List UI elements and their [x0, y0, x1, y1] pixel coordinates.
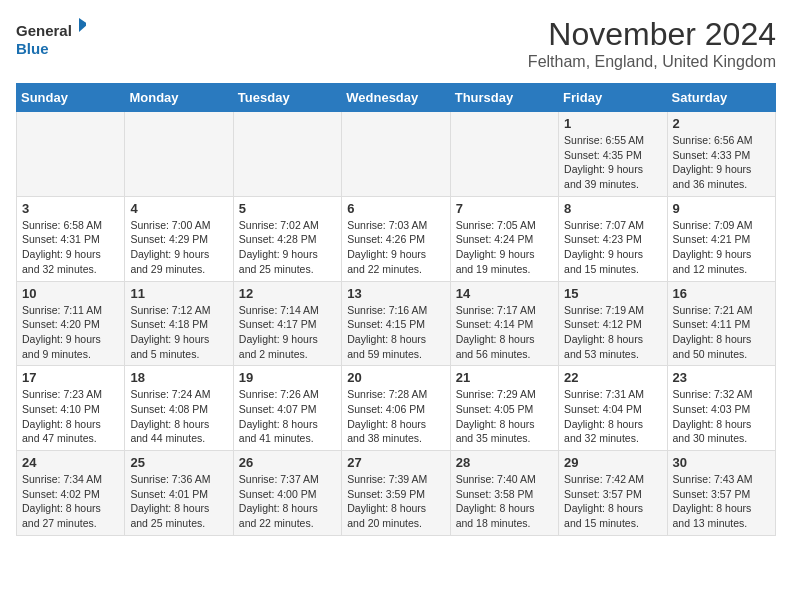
day-cell: 11Sunrise: 7:12 AM Sunset: 4:18 PM Dayli…: [125, 281, 233, 366]
day-info: Sunrise: 7:36 AM Sunset: 4:01 PM Dayligh…: [130, 472, 227, 531]
day-info: Sunrise: 7:26 AM Sunset: 4:07 PM Dayligh…: [239, 387, 336, 446]
day-info: Sunrise: 7:43 AM Sunset: 3:57 PM Dayligh…: [673, 472, 770, 531]
day-info: Sunrise: 7:39 AM Sunset: 3:59 PM Dayligh…: [347, 472, 444, 531]
day-info: Sunrise: 7:28 AM Sunset: 4:06 PM Dayligh…: [347, 387, 444, 446]
day-cell: 2Sunrise: 6:56 AM Sunset: 4:33 PM Daylig…: [667, 112, 775, 197]
day-number: 25: [130, 455, 227, 470]
day-number: 3: [22, 201, 119, 216]
day-number: 18: [130, 370, 227, 385]
day-cell: [342, 112, 450, 197]
day-number: 27: [347, 455, 444, 470]
svg-text:Blue: Blue: [16, 40, 49, 57]
calendar-table: SundayMondayTuesdayWednesdayThursdayFrid…: [16, 83, 776, 536]
day-info: Sunrise: 7:09 AM Sunset: 4:21 PM Dayligh…: [673, 218, 770, 277]
day-cell: 8Sunrise: 7:07 AM Sunset: 4:23 PM Daylig…: [559, 196, 667, 281]
day-number: 16: [673, 286, 770, 301]
day-cell: 7Sunrise: 7:05 AM Sunset: 4:24 PM Daylig…: [450, 196, 558, 281]
day-info: Sunrise: 6:55 AM Sunset: 4:35 PM Dayligh…: [564, 133, 661, 192]
day-number: 11: [130, 286, 227, 301]
day-cell: 27Sunrise: 7:39 AM Sunset: 3:59 PM Dayli…: [342, 451, 450, 536]
day-number: 10: [22, 286, 119, 301]
day-cell: 22Sunrise: 7:31 AM Sunset: 4:04 PM Dayli…: [559, 366, 667, 451]
col-header-friday: Friday: [559, 84, 667, 112]
day-info: Sunrise: 7:23 AM Sunset: 4:10 PM Dayligh…: [22, 387, 119, 446]
day-info: Sunrise: 7:40 AM Sunset: 3:58 PM Dayligh…: [456, 472, 553, 531]
day-number: 5: [239, 201, 336, 216]
day-info: Sunrise: 7:05 AM Sunset: 4:24 PM Dayligh…: [456, 218, 553, 277]
day-info: Sunrise: 7:37 AM Sunset: 4:00 PM Dayligh…: [239, 472, 336, 531]
day-number: 28: [456, 455, 553, 470]
day-info: Sunrise: 7:42 AM Sunset: 3:57 PM Dayligh…: [564, 472, 661, 531]
day-info: Sunrise: 7:00 AM Sunset: 4:29 PM Dayligh…: [130, 218, 227, 277]
week-row-2: 3Sunrise: 6:58 AM Sunset: 4:31 PM Daylig…: [17, 196, 776, 281]
day-info: Sunrise: 7:07 AM Sunset: 4:23 PM Dayligh…: [564, 218, 661, 277]
col-header-monday: Monday: [125, 84, 233, 112]
month-title: November 2024: [528, 16, 776, 53]
day-cell: 24Sunrise: 7:34 AM Sunset: 4:02 PM Dayli…: [17, 451, 125, 536]
week-row-1: 1Sunrise: 6:55 AM Sunset: 4:35 PM Daylig…: [17, 112, 776, 197]
day-info: Sunrise: 7:32 AM Sunset: 4:03 PM Dayligh…: [673, 387, 770, 446]
day-cell: 3Sunrise: 6:58 AM Sunset: 4:31 PM Daylig…: [17, 196, 125, 281]
svg-marker-2: [79, 18, 86, 32]
col-header-tuesday: Tuesday: [233, 84, 341, 112]
day-number: 6: [347, 201, 444, 216]
day-cell: 20Sunrise: 7:28 AM Sunset: 4:06 PM Dayli…: [342, 366, 450, 451]
day-number: 9: [673, 201, 770, 216]
day-number: 21: [456, 370, 553, 385]
day-cell: 1Sunrise: 6:55 AM Sunset: 4:35 PM Daylig…: [559, 112, 667, 197]
day-info: Sunrise: 7:34 AM Sunset: 4:02 PM Dayligh…: [22, 472, 119, 531]
header-row: SundayMondayTuesdayWednesdayThursdayFrid…: [17, 84, 776, 112]
day-info: Sunrise: 7:17 AM Sunset: 4:14 PM Dayligh…: [456, 303, 553, 362]
day-number: 12: [239, 286, 336, 301]
day-cell: 13Sunrise: 7:16 AM Sunset: 4:15 PM Dayli…: [342, 281, 450, 366]
day-number: 17: [22, 370, 119, 385]
day-cell: 28Sunrise: 7:40 AM Sunset: 3:58 PM Dayli…: [450, 451, 558, 536]
day-cell: 9Sunrise: 7:09 AM Sunset: 4:21 PM Daylig…: [667, 196, 775, 281]
svg-text:General: General: [16, 22, 72, 39]
day-cell: 21Sunrise: 7:29 AM Sunset: 4:05 PM Dayli…: [450, 366, 558, 451]
day-number: 15: [564, 286, 661, 301]
week-row-4: 17Sunrise: 7:23 AM Sunset: 4:10 PM Dayli…: [17, 366, 776, 451]
day-info: Sunrise: 7:21 AM Sunset: 4:11 PM Dayligh…: [673, 303, 770, 362]
day-cell: 17Sunrise: 7:23 AM Sunset: 4:10 PM Dayli…: [17, 366, 125, 451]
col-header-sunday: Sunday: [17, 84, 125, 112]
day-info: Sunrise: 7:19 AM Sunset: 4:12 PM Dayligh…: [564, 303, 661, 362]
logo-svg: General Blue: [16, 16, 86, 66]
day-number: 26: [239, 455, 336, 470]
day-info: Sunrise: 7:02 AM Sunset: 4:28 PM Dayligh…: [239, 218, 336, 277]
day-number: 19: [239, 370, 336, 385]
page-header: General Blue November 2024 Feltham, Engl…: [16, 16, 776, 71]
day-info: Sunrise: 7:12 AM Sunset: 4:18 PM Dayligh…: [130, 303, 227, 362]
day-number: 24: [22, 455, 119, 470]
day-info: Sunrise: 7:24 AM Sunset: 4:08 PM Dayligh…: [130, 387, 227, 446]
day-cell: 25Sunrise: 7:36 AM Sunset: 4:01 PM Dayli…: [125, 451, 233, 536]
day-cell: 30Sunrise: 7:43 AM Sunset: 3:57 PM Dayli…: [667, 451, 775, 536]
day-info: Sunrise: 6:56 AM Sunset: 4:33 PM Dayligh…: [673, 133, 770, 192]
day-cell: 6Sunrise: 7:03 AM Sunset: 4:26 PM Daylig…: [342, 196, 450, 281]
logo: General Blue: [16, 16, 86, 66]
day-number: 30: [673, 455, 770, 470]
day-cell: [17, 112, 125, 197]
day-info: Sunrise: 7:03 AM Sunset: 4:26 PM Dayligh…: [347, 218, 444, 277]
day-cell: 19Sunrise: 7:26 AM Sunset: 4:07 PM Dayli…: [233, 366, 341, 451]
day-number: 1: [564, 116, 661, 131]
day-cell: 14Sunrise: 7:17 AM Sunset: 4:14 PM Dayli…: [450, 281, 558, 366]
day-number: 29: [564, 455, 661, 470]
day-cell: 29Sunrise: 7:42 AM Sunset: 3:57 PM Dayli…: [559, 451, 667, 536]
day-info: Sunrise: 7:31 AM Sunset: 4:04 PM Dayligh…: [564, 387, 661, 446]
day-number: 14: [456, 286, 553, 301]
day-number: 2: [673, 116, 770, 131]
day-info: Sunrise: 7:29 AM Sunset: 4:05 PM Dayligh…: [456, 387, 553, 446]
day-number: 13: [347, 286, 444, 301]
day-number: 20: [347, 370, 444, 385]
col-header-saturday: Saturday: [667, 84, 775, 112]
day-cell: [125, 112, 233, 197]
location: Feltham, England, United Kingdom: [528, 53, 776, 71]
col-header-thursday: Thursday: [450, 84, 558, 112]
day-info: Sunrise: 7:11 AM Sunset: 4:20 PM Dayligh…: [22, 303, 119, 362]
day-number: 23: [673, 370, 770, 385]
day-cell: 18Sunrise: 7:24 AM Sunset: 4:08 PM Dayli…: [125, 366, 233, 451]
day-number: 7: [456, 201, 553, 216]
day-cell: 12Sunrise: 7:14 AM Sunset: 4:17 PM Dayli…: [233, 281, 341, 366]
day-cell: 16Sunrise: 7:21 AM Sunset: 4:11 PM Dayli…: [667, 281, 775, 366]
